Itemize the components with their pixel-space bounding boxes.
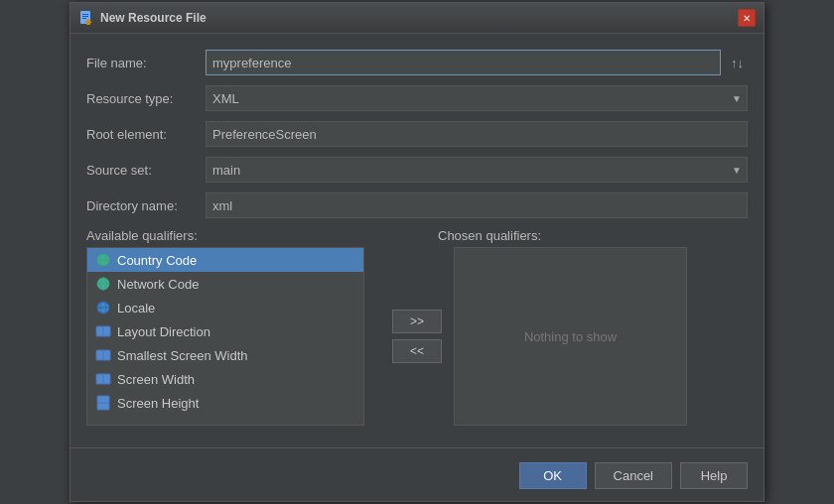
qualifier-item-smallest-screen-width[interactable]: Smallest Screen Width [87, 343, 363, 367]
qualifier-label-screen-width: Screen Width [117, 372, 195, 387]
directory-name-label: Directory name: [86, 198, 206, 213]
qualifier-item-locale[interactable]: Locale [87, 296, 363, 319]
title-bar-left: New Resource File [78, 10, 207, 26]
remove-qualifier-button[interactable]: << [392, 339, 442, 363]
nothing-to-show-text: Nothing to show [524, 329, 617, 344]
title-bar: New Resource File ✕ [70, 3, 764, 34]
root-element-row: Root element: PreferenceScreen [86, 121, 748, 147]
qualifier-label-locale: Locale [117, 301, 155, 315]
network-code-icon [95, 276, 111, 292]
qualifier-item-country-code[interactable]: Country Code [87, 248, 363, 272]
close-button[interactable]: ✕ [738, 9, 756, 27]
qualifier-item-screen-width[interactable]: Screen Width [87, 367, 363, 391]
svg-rect-3 [82, 18, 86, 19]
resource-type-wrapper: XML ▼ [206, 85, 748, 111]
locale-icon [95, 300, 111, 315]
source-set-select[interactable]: main [206, 157, 748, 183]
cancel-button[interactable]: Cancel [595, 462, 672, 489]
source-set-wrapper: main ▼ [206, 157, 748, 183]
qualifier-label-network-code: Network Code [117, 277, 199, 292]
file-name-input[interactable] [206, 50, 721, 75]
file-name-row: File name: ↑↓ [86, 50, 748, 75]
root-element-value: PreferenceScreen [206, 121, 748, 147]
transfer-buttons: >> << [380, 247, 454, 426]
smallest-screen-width-icon [95, 347, 111, 363]
dialog-icon [78, 10, 94, 26]
chosen-qualifiers-label-wrapper: Chosen qualifiers: [438, 228, 541, 243]
new-resource-file-dialog: New Resource File ✕ File name: ↑↓ Resour… [70, 2, 764, 502]
qualifier-label-smallest-screen-width: Smallest Screen Width [117, 348, 248, 363]
chosen-qualifiers-list: Nothing to show [454, 247, 687, 426]
available-qualifiers-label-wrapper: Available qualifiers: [86, 228, 364, 243]
directory-name-value: xml [206, 192, 748, 218]
directory-name-row: Directory name: xml [86, 192, 748, 218]
country-code-icon [95, 252, 111, 268]
available-qualifiers-label: Available qualifiers: [86, 228, 198, 243]
resource-type-select[interactable]: XML [206, 85, 748, 111]
source-set-row: Source set: main ▼ [86, 157, 748, 183]
bottom-buttons: OK Cancel Help [70, 447, 764, 501]
resource-type-label: Resource type: [86, 91, 206, 106]
title-text: New Resource File [100, 11, 207, 25]
source-set-label: Source set: [86, 163, 206, 178]
chosen-qualifiers-label: Chosen qualifiers: [438, 228, 541, 243]
dialog-content: File name: ↑↓ Resource type: XML ▼ Root … [70, 34, 764, 438]
qualifier-item-layout-direction[interactable]: Layout Direction [87, 319, 363, 343]
qualifier-item-screen-height[interactable]: Screen Height [87, 391, 363, 415]
root-element-label: Root element: [86, 127, 206, 142]
screen-width-icon [95, 371, 111, 387]
sort-button[interactable]: ↑↓ [727, 54, 748, 72]
resource-type-row: Resource type: XML ▼ [86, 85, 748, 111]
help-button[interactable]: Help [680, 462, 748, 489]
available-qualifiers-list[interactable]: Country Code Network Code [86, 247, 364, 426]
qualifiers-section: Country Code Network Code [86, 247, 748, 426]
qualifier-label-country-code: Country Code [117, 253, 197, 268]
file-name-label: File name: [86, 56, 206, 70]
qualifiers-labels-row: Available qualifiers: Chosen qualifiers: [86, 228, 748, 243]
chosen-panel: Nothing to show [454, 247, 748, 426]
screen-height-icon [95, 395, 111, 411]
qualifier-label-screen-height: Screen Height [117, 396, 199, 411]
qualifier-item-network-code[interactable]: Network Code [87, 272, 363, 296]
svg-rect-2 [82, 16, 88, 17]
svg-rect-1 [82, 14, 88, 15]
ok-button[interactable]: OK [519, 462, 587, 489]
add-qualifier-button[interactable]: >> [392, 310, 442, 333]
layout-direction-icon [95, 323, 111, 339]
qualifier-label-layout-direction: Layout Direction [117, 324, 210, 339]
available-panel: Country Code Network Code [86, 247, 380, 426]
